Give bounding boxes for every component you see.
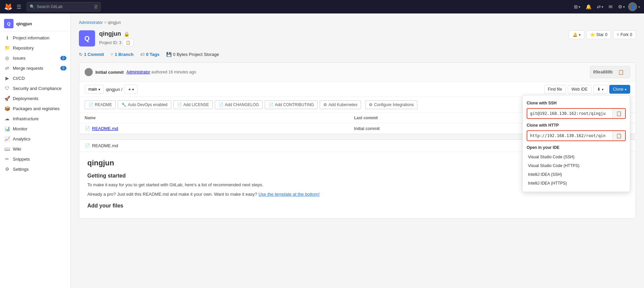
- sidebar-item-issues[interactable]: ◎ Issues 0: [0, 53, 70, 63]
- readme-para2-pre: Already a pro? Just edit this README.md …: [87, 192, 258, 197]
- http-url-input[interactable]: [527, 131, 612, 140]
- project-lock-icon: 🔒: [124, 31, 129, 37]
- sidebar-item-label: CI/CD: [13, 76, 25, 81]
- configure-integrations-button[interactable]: ⚙ Configure Integrations: [365, 100, 417, 109]
- add-file-button[interactable]: + ▾: [124, 85, 138, 94]
- ide-intellij-https[interactable]: IntelliJ IDEA (HTTPS): [527, 179, 626, 188]
- tags-link[interactable]: 0 Tags: [146, 52, 159, 57]
- sidebar-item-settings[interactable]: ⚙ Settings: [0, 164, 70, 174]
- fork-button[interactable]: ⑂ Fork 0: [613, 30, 636, 39]
- sidebar-item-label: Settings: [13, 167, 29, 172]
- add-changelog-button[interactable]: 📄 Add CHANGELOG: [215, 100, 263, 109]
- sidebar-item-merge-requests[interactable]: ⇄ Merge requests 0: [0, 63, 70, 73]
- hamburger-icon[interactable]: ☰: [17, 4, 21, 10]
- add-kubernetes-button[interactable]: ⚙ Add Kubernetes: [320, 100, 361, 109]
- commit-time: authored 16 minutes ago: [151, 70, 196, 74]
- web-ide-button[interactable]: Web IDE: [568, 85, 591, 94]
- breadcrumb-admin[interactable]: Administrator: [79, 20, 103, 25]
- repo-section: Initial commit Administrator authored 16…: [79, 62, 636, 134]
- search-shortcut: /: [94, 4, 98, 9]
- ide-vscode-https[interactable]: Visual Studio Code (HTTPS): [527, 161, 626, 170]
- project-id: Project ID: 3 📋: [99, 39, 569, 46]
- sidebar-item-security[interactable]: 🛡 Security and Compliance: [0, 83, 70, 93]
- sidebar-item-deployments[interactable]: 🚀 Deployments: [0, 93, 70, 103]
- sidebar-avatar: Q: [4, 19, 13, 28]
- find-file-button[interactable]: Find file: [544, 85, 566, 94]
- changelog-icon: 📄: [218, 102, 224, 107]
- sidebar-item-label: Infrastructure: [13, 116, 39, 121]
- copy-project-id-button[interactable]: 📋: [123, 39, 134, 46]
- integrations-icon: ⚙: [369, 102, 373, 107]
- readme-label: README: [95, 102, 112, 107]
- sidebar-project-header: Q qingjun: [0, 16, 70, 31]
- issues-icon: ◎: [4, 55, 10, 61]
- add-license-button[interactable]: 📄 Add LICENSE: [173, 100, 213, 109]
- todo-icon[interactable]: ✉: [607, 3, 615, 11]
- settings-icon[interactable]: ⚙ ▾: [616, 3, 627, 11]
- readme-add-files: Add your files: [87, 203, 627, 209]
- sidebar-item-monitor[interactable]: 📊 Monitor: [0, 124, 70, 134]
- ide-intellij-ssh[interactable]: IntelliJ IDEA (SSH): [527, 170, 626, 179]
- clone-caret: ▾: [625, 88, 626, 91]
- avatar[interactable]: 👤: [628, 2, 637, 11]
- sidebar-item-label: Snippets: [13, 157, 30, 162]
- navbar-icons: ⊞ ▾ 🔔 ⇄ ▾ ✉ ⚙ ▾ 👤 ▾: [572, 2, 640, 11]
- avatar-caret: ▾: [638, 5, 640, 9]
- search-bar[interactable]: 🔍 Search GitLab /: [27, 2, 101, 11]
- copy-http-button[interactable]: 📋: [612, 131, 625, 140]
- breadcrumb-project: qingjun: [108, 20, 121, 25]
- add-file-caret: ▾: [132, 88, 134, 91]
- integrations-label: Configure Integrations: [374, 102, 414, 107]
- star-button[interactable]: ⭐ Star 0: [586, 30, 611, 39]
- commit-author-avatar: [85, 68, 93, 76]
- license-icon: 📄: [177, 102, 182, 107]
- sidebar-item-packages[interactable]: 📦 Packages and registries: [0, 103, 70, 114]
- sidebar-item-repository[interactable]: 📁 Repository: [0, 43, 70, 53]
- sidebar-project-name: qingjun: [16, 21, 32, 26]
- sidebar-item-analytics[interactable]: 📈 Analytics: [0, 134, 70, 144]
- http-title: Clone with HTTP: [527, 123, 626, 128]
- branches-stat: ⑂ 1 Branch: [111, 52, 134, 57]
- mr-badge: 0: [60, 66, 66, 70]
- sidebar-item-label: Wiki: [13, 147, 21, 152]
- settings-sidebar-icon: ⚙: [4, 166, 10, 172]
- info-icon: ℹ: [4, 35, 10, 40]
- copy-ssh-button[interactable]: 📋: [612, 109, 625, 118]
- ssh-url-input[interactable]: [527, 109, 612, 118]
- breadcrumb-sep: >: [104, 20, 107, 25]
- sidebar-item-label: Security and Compliance: [13, 86, 62, 91]
- branches-link[interactable]: 1 Branch: [115, 52, 134, 57]
- ssh-input-row: 📋: [527, 108, 626, 119]
- add-contributing-button[interactable]: 📄 Add CONTRIBUTING: [265, 100, 318, 109]
- file-link[interactable]: README.md: [92, 126, 118, 131]
- branch-selector[interactable]: main ▾: [85, 85, 104, 94]
- commit-author-link[interactable]: Administrator: [126, 70, 150, 74]
- kubernetes-label: Add Kubernetes: [328, 102, 357, 107]
- sidebar-item-label: Packages and registries: [13, 106, 60, 111]
- readme-template-link[interactable]: Use the template at the bottom!: [258, 192, 319, 197]
- merge-request-icon[interactable]: ⇄ ▾: [595, 3, 605, 11]
- readme-button[interactable]: 📄 README: [85, 100, 116, 109]
- create-button[interactable]: ⊞ ▾: [572, 3, 582, 11]
- readme-title: README.md: [92, 143, 118, 148]
- sidebar-item-infrastructure[interactable]: ☁ Infrastructure: [0, 114, 70, 124]
- gitlab-logo: 🦊: [4, 3, 12, 11]
- infra-icon: ☁: [4, 116, 10, 121]
- sidebar-item-project-information[interactable]: ℹ Project information: [0, 33, 70, 43]
- clone-button[interactable]: Clone ▾: [609, 85, 630, 94]
- sidebar-item-wiki[interactable]: 📖 Wiki: [0, 144, 70, 154]
- ide-vscode-ssh[interactable]: Visual Studio Code (SSH): [527, 153, 626, 161]
- notification-button[interactable]: 🔔 ▾: [569, 30, 584, 39]
- download-button[interactable]: ⬇ ▾: [593, 85, 607, 94]
- ssh-title: Clone with SSH: [527, 101, 626, 105]
- toolbar-row: main ▾ qingjun / + ▾ Find file Web IDE: [79, 82, 636, 97]
- autodevops-button[interactable]: 🔧 Auto DevOps enabled: [118, 100, 171, 109]
- sidebar-item-cicd[interactable]: ▶ CI/CD: [0, 73, 70, 83]
- analytics-icon: 📈: [4, 136, 10, 141]
- commits-link[interactable]: 1 Commit: [84, 52, 104, 57]
- col-name: Name: [79, 113, 349, 123]
- sidebar-item-snippets[interactable]: ✂ Snippets: [0, 154, 70, 164]
- sidebar-item-label: Project information: [13, 35, 49, 40]
- copy-hash-button[interactable]: 📋: [615, 67, 627, 77]
- bell-icon[interactable]: 🔔: [584, 3, 593, 11]
